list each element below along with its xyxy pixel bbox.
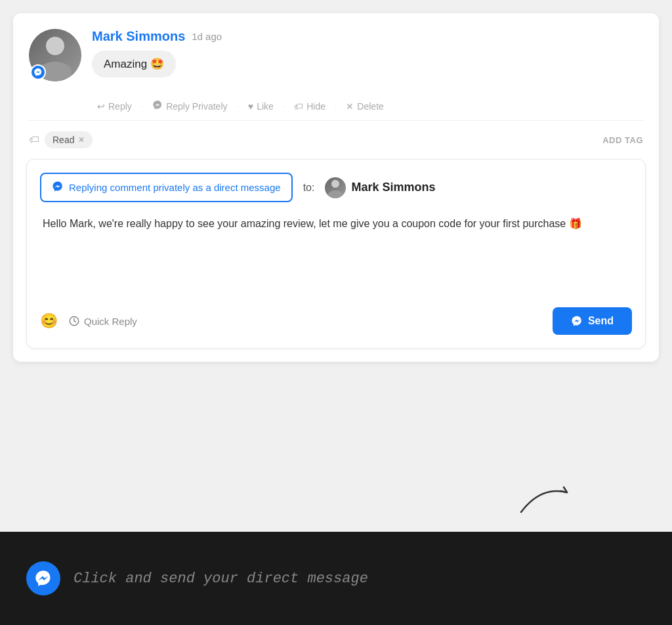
tag-icon: 🏷 <box>29 134 39 146</box>
bottom-messenger-button[interactable] <box>26 561 60 595</box>
reply-arrow-icon: ↩ <box>97 101 105 112</box>
comment-time: 1d ago <box>192 31 222 42</box>
tag-close-button[interactable]: ✕ <box>78 135 85 144</box>
author-row: Mark Simmons 1d ago <box>92 29 643 44</box>
like-button[interactable]: ♥ Like <box>243 98 279 114</box>
reply-privately-button[interactable]: Reply Privately <box>147 97 232 115</box>
messenger-icon <box>152 100 163 112</box>
tag-items: 🏷 Read ✕ <box>29 131 93 148</box>
reply-footer: 😊 Quick Reply Send <box>40 307 632 335</box>
hide-icon: 🏷 <box>294 101 303 112</box>
dm-label-text: Replying comment privately as a direct m… <box>69 182 281 193</box>
recipient-info: Mark Simmons <box>325 177 435 198</box>
separator-1: · <box>141 102 143 111</box>
delete-icon: ✕ <box>346 101 354 112</box>
reply-tools: 😊 Quick Reply <box>40 312 137 330</box>
separator-2: · <box>237 102 239 111</box>
reply-label: Reply <box>108 101 132 112</box>
reply-privately-label: Reply Privately <box>166 101 227 112</box>
send-messenger-icon <box>571 315 583 327</box>
delete-label: Delete <box>357 101 383 112</box>
author-name: Mark Simmons <box>92 29 185 44</box>
action-bar: ↩ Reply · Reply Privately · ♥ Like · 🏷 <box>29 92 643 121</box>
separator-4: · <box>335 102 337 111</box>
hide-button[interactable]: 🏷 Hide <box>289 98 331 114</box>
separator-3: · <box>283 102 285 111</box>
avatar-wrapper <box>29 29 81 81</box>
comment-bubble: Amazing 🤩 <box>92 51 176 77</box>
bottom-bar: Click and send your direct message <box>0 532 672 625</box>
messenger-badge <box>30 64 46 80</box>
tag-label: Read <box>52 135 74 145</box>
bottom-text: Click and send your direct message <box>74 571 368 587</box>
comment-section: Mark Simmons 1d ago Amazing 🤩 <box>29 29 643 81</box>
emoji-button[interactable]: 😊 <box>40 312 58 330</box>
send-label: Send <box>588 315 614 327</box>
hide-label: Hide <box>306 101 326 112</box>
tags-row: 🏷 Read ✕ ADD TAG <box>29 131 643 159</box>
arrow-annotation <box>514 473 593 528</box>
delete-button[interactable]: ✕ Delete <box>341 98 388 114</box>
heart-icon: ♥ <box>248 101 253 112</box>
quick-reply-button[interactable]: Quick Reply <box>68 315 137 327</box>
reply-body-text[interactable]: Hello Mark, we're really happy to see yo… <box>40 215 632 294</box>
reply-header: Replying comment privately as a direct m… <box>40 173 632 202</box>
dm-messenger-icon <box>52 181 64 194</box>
comment-meta: Mark Simmons 1d ago Amazing 🤩 <box>92 29 643 77</box>
dm-label: Replying comment privately as a direct m… <box>40 173 293 202</box>
to-label: to: <box>303 182 315 194</box>
recipient-avatar <box>325 177 346 198</box>
read-tag: Read ✕ <box>45 131 93 148</box>
reply-button[interactable]: ↩ Reply <box>92 98 137 114</box>
add-tag-button[interactable]: ADD TAG <box>602 135 643 145</box>
bottom-messenger-icon <box>34 569 52 588</box>
recipient-name: Mark Simmons <box>351 181 435 194</box>
send-button[interactable]: Send <box>553 307 632 335</box>
reply-compose-box: Replying comment privately as a direct m… <box>26 159 646 349</box>
quick-reply-label: Quick Reply <box>84 316 137 327</box>
clock-icon <box>68 315 80 327</box>
like-label: Like <box>257 101 274 112</box>
